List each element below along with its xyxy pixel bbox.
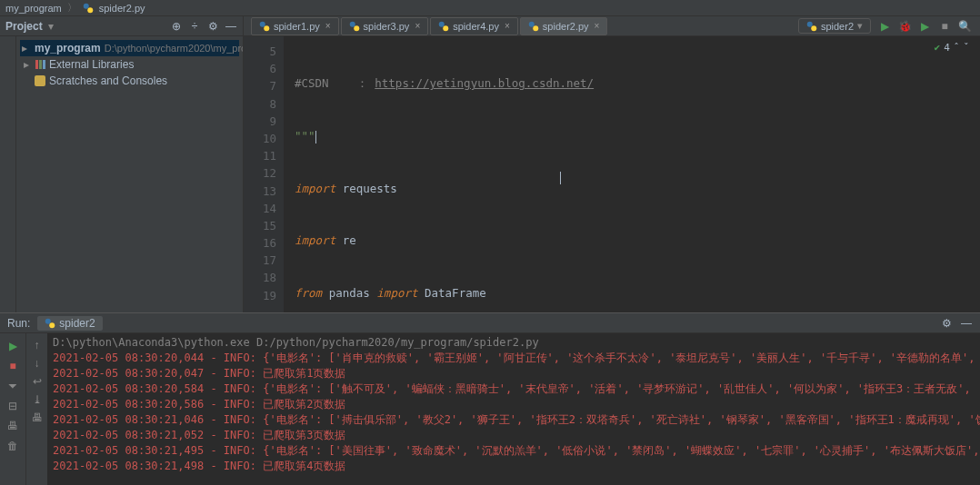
- python-icon: [806, 21, 817, 32]
- main-split: ▸ my_program D:\python\pycharm2020\my_pr…: [0, 36, 980, 312]
- expand-arrow-icon[interactable]: ▸: [22, 42, 27, 54]
- svg-point-2: [260, 21, 265, 26]
- collapse-icon[interactable]: —: [225, 20, 237, 33]
- line-number[interactable]: 9: [244, 113, 276, 130]
- console-line: 2021-02-05 08:30:20,586 - INFO: 已爬取第2页数据: [53, 397, 975, 412]
- svg-point-5: [354, 25, 359, 31]
- svg-point-10: [807, 21, 813, 26]
- line-number[interactable]: 18: [244, 269, 276, 286]
- line-gutter[interactable]: 5678910111213141516171819: [244, 36, 284, 312]
- gear-icon[interactable]: ⚙: [206, 20, 219, 33]
- editor-tab[interactable]: spider4.py×: [430, 17, 518, 35]
- stop-icon[interactable]: ■: [938, 20, 951, 33]
- collapse-icon[interactable]: —: [960, 317, 973, 330]
- line-number[interactable]: 5: [244, 43, 276, 60]
- svg-point-9: [533, 25, 538, 31]
- soft-wrap-icon[interactable]: ↩: [33, 375, 42, 388]
- toolbar-row: Project ▾ ⊕ ÷ ⚙ — spider1.py×spider3.py×…: [0, 16, 980, 36]
- line-number[interactable]: 12: [244, 164, 276, 182]
- tree-scratches-label: Scratches and Consoles: [49, 74, 167, 87]
- line-number[interactable]: 6: [244, 60, 276, 77]
- run-config-name: spider2: [821, 21, 854, 32]
- svg-point-7: [443, 25, 448, 31]
- tab-label: spider1.py: [274, 21, 320, 32]
- editor-tab[interactable]: spider1.py×: [251, 17, 339, 35]
- line-number[interactable]: 7: [244, 77, 276, 94]
- run-tab[interactable]: spider2: [37, 316, 102, 331]
- svg-point-8: [529, 21, 535, 26]
- editor-tab[interactable]: spider2.py×: [520, 17, 608, 35]
- select-opened-icon[interactable]: ⊕: [170, 20, 183, 33]
- line-number[interactable]: 10: [244, 130, 276, 147]
- run-tools-inner: ↑ ↓ ↩ ⤓ 🖶: [25, 333, 47, 485]
- tree-root[interactable]: ▸ my_program D:\python\pycharm2020\my_pr…: [20, 40, 239, 56]
- run-label: Run:: [7, 317, 30, 330]
- crumb-file[interactable]: spider2.py: [99, 3, 145, 14]
- close-icon[interactable]: ×: [505, 21, 510, 31]
- project-label[interactable]: Project: [5, 20, 43, 33]
- left-gutter-strip[interactable]: [0, 36, 16, 312]
- console-line: 2021-02-05 08:30:20,584 - INFO: {'电影名': …: [53, 381, 975, 397]
- svg-point-6: [439, 21, 445, 26]
- run-tools-left: ▶ ■ ⏷ ⊟ 🖶 🗑: [0, 333, 25, 485]
- divide-icon[interactable]: ÷: [188, 20, 201, 33]
- chevron-down-icon[interactable]: ▾: [48, 20, 54, 33]
- crumb-sep: 〉: [67, 1, 77, 15]
- down-icon[interactable]: ↓: [35, 357, 40, 370]
- up-icon[interactable]: ↑: [35, 339, 40, 351]
- tab-label: spider3.py: [364, 21, 410, 32]
- line-number[interactable]: 19: [244, 287, 276, 304]
- run-header: Run: spider2 ⚙ —: [0, 313, 980, 333]
- code-area[interactable]: #CSDN ： https://yetingyun.blog.csdn.net/…: [284, 36, 980, 312]
- stop-icon[interactable]: ■: [5, 359, 20, 373]
- debug-icon[interactable]: 🐞: [898, 20, 911, 33]
- console-line: 2021-02-05 08:30:21,052 - INFO: 已爬取第3页数据: [53, 428, 975, 443]
- close-icon[interactable]: ×: [415, 21, 420, 31]
- run-config-selector[interactable]: spider2 ▾: [798, 18, 871, 34]
- svg-point-4: [349, 21, 355, 26]
- svg-point-3: [264, 25, 269, 31]
- line-number[interactable]: 15: [244, 217, 276, 234]
- search-icon[interactable]: 🔍: [958, 20, 971, 33]
- editor-tab[interactable]: spider3.py×: [341, 17, 429, 35]
- line-number[interactable]: 11: [244, 147, 276, 164]
- line-number[interactable]: 14: [244, 200, 276, 217]
- editor-caret: [560, 172, 561, 184]
- chevron-down-icon: ▾: [857, 20, 863, 32]
- expand-arrow-icon[interactable]: ▸: [22, 58, 31, 71]
- tree-ext-libs-label: External Libraries: [49, 58, 134, 71]
- run-tool-window: Run: spider2 ⚙ — ▶ ■ ⏷ ⊟ 🖶 🗑 ↑ ↓ ↩ ⤓ 🖶 D…: [0, 312, 980, 485]
- svg-point-11: [811, 25, 816, 31]
- print-icon[interactable]: 🖶: [32, 411, 43, 424]
- python-icon: [438, 21, 449, 32]
- editor-tabs: spider1.py×spider3.py×spider4.py×spider2…: [244, 17, 789, 35]
- tree-ext-libs[interactable]: ▸ External Libraries: [20, 56, 239, 73]
- line-number[interactable]: 8: [244, 95, 276, 113]
- line-number[interactable]: 13: [244, 183, 276, 200]
- python-icon: [45, 318, 55, 329]
- title-bar: my_program 〉 spider2.py: [0, 0, 980, 16]
- scroll-end-icon[interactable]: ⤓: [33, 393, 42, 406]
- code-editor[interactable]: ✔ 4 ˆ ˇ 5678910111213141516171819 #CSDN …: [244, 36, 980, 312]
- svg-point-0: [84, 3, 89, 8]
- run-tab-name: spider2: [59, 317, 95, 330]
- trash-icon[interactable]: 🗑: [5, 439, 20, 453]
- rerun-icon[interactable]: ▶: [5, 339, 20, 353]
- svg-point-16: [50, 322, 55, 328]
- run-cov-icon[interactable]: ▶: [918, 20, 931, 33]
- close-icon[interactable]: ×: [325, 21, 331, 31]
- svg-rect-12: [35, 60, 38, 69]
- console-line: 2021-02-05 08:30:21,498 - INFO: 已爬取第4页数据: [53, 459, 975, 474]
- filter-icon[interactable]: ⏷: [5, 379, 20, 393]
- print-icon[interactable]: 🖶: [5, 419, 20, 433]
- line-number[interactable]: 16: [244, 234, 276, 252]
- console-output[interactable]: D:\python\Anaconda3\python.exe D:/python…: [47, 333, 980, 485]
- tree-scratches[interactable]: Scratches and Consoles: [20, 73, 239, 89]
- python-icon: [259, 21, 270, 32]
- layout-icon[interactable]: ⊟: [5, 399, 20, 413]
- run-icon[interactable]: ▶: [878, 20, 891, 33]
- crumb-project[interactable]: my_program: [5, 3, 62, 14]
- gear-icon[interactable]: ⚙: [940, 317, 953, 330]
- close-icon[interactable]: ×: [595, 21, 600, 31]
- line-number[interactable]: 17: [244, 252, 276, 269]
